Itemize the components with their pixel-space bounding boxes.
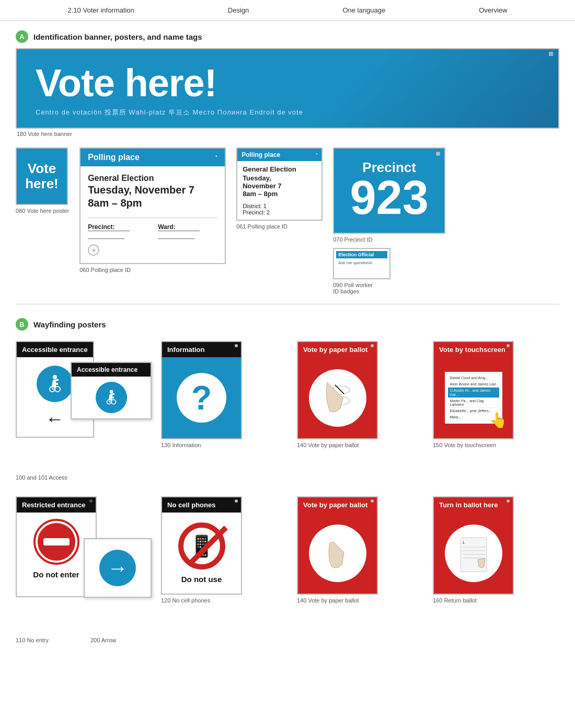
no-cell-line <box>187 526 228 566</box>
wheelchair-icon-small <box>102 389 120 406</box>
access-group: Accessible entrance ← <box>16 341 152 472</box>
paper-ballot-2-body: ← ← ← ◀ <box>298 513 377 594</box>
no-entry-group: Restricted entrance Do not enter → <box>16 496 152 632</box>
polling-small-header-text: Polling place <box>242 151 280 158</box>
hand-arrows-svg: ← ← ← ◀ <box>312 527 364 579</box>
polling-small-date2: November 7 <box>243 182 316 190</box>
poll-worker-label: 090 Poll worker ID badges <box>333 282 373 294</box>
top-navigation: 2.10 Voter information Design One langua… <box>0 0 575 21</box>
info-corner-dot <box>235 344 238 347</box>
section-a-title: Identification banner, posters, and name… <box>33 32 202 41</box>
hand-ballot-icon <box>309 369 366 427</box>
nav-design[interactable]: Design <box>228 6 249 14</box>
arrow-right-icon: → <box>107 556 128 580</box>
ts-row-2: Alvin Boone and James Lian <box>448 381 499 388</box>
paper-ballot-body <box>298 357 377 438</box>
polling-small-body: General Election Tuesday, November 7 8am… <box>237 161 321 220</box>
paper-ballot-corner-dot <box>371 344 374 347</box>
polling-large-time: 8am – 8pm <box>88 197 217 209</box>
polling-small-date: Tuesday, <box>243 174 316 182</box>
accessible-entrance-poster-small: Accessible entrance <box>71 362 152 419</box>
info-poster-item: Information ? 130 Information <box>161 341 288 481</box>
no-cell-header: No cell phones <box>162 497 241 513</box>
polling-small-district: District: 1 Precinct: 2 <box>243 203 316 215</box>
wheelchair-circle-small <box>96 382 127 413</box>
banner-label: 180 Vote here banner <box>16 131 559 137</box>
precinct-id-label: 070 Precinct ID <box>333 236 372 243</box>
vote-here-poster: Votehere! <box>16 147 68 205</box>
paper-ballot-2-item: Vote by paper ballot ← ← ← ◀ 140 Vote b <box>297 496 423 643</box>
id-cards-row: Votehere! 080 Vote here poster Polling p… <box>0 147 575 300</box>
svg-point-4 <box>55 386 60 392</box>
phone-icon: 📱 <box>189 534 215 559</box>
nav-overview[interactable]: Overview <box>479 6 507 14</box>
polling-large-label: 060 Polling place ID <box>79 267 131 273</box>
svg-text:←: ← <box>319 547 327 555</box>
polling-large-title: General Election <box>88 174 217 183</box>
section-divider <box>16 304 559 304</box>
finger-icon: 👆 <box>489 412 508 429</box>
ballot-in-circle: 1. <box>445 525 502 582</box>
no-cell-item: No cell phones 📱 Do not use 120 No cell … <box>161 496 288 643</box>
paper-ballot-poster-label: 140 Vote by paper ballot <box>297 442 359 448</box>
no-entry-labels: 110 No entry 200 Arrow <box>16 634 117 643</box>
no-cell-circle: 📱 <box>178 522 225 570</box>
nav-one-language[interactable]: One language <box>342 6 385 14</box>
no-entry-bar <box>43 538 70 545</box>
return-ballot-poster: Turn in ballot here 1. <box>433 496 514 595</box>
poll-worker-badge-item: Election Official Ask me questions! 090 … <box>333 248 390 294</box>
no-entry-item: Restricted entrance Do not enter → 110 N… <box>16 496 152 643</box>
wheelchair-icon-large <box>44 373 65 394</box>
paper-ballot-2-label: 140 Vote by paper ballot <box>297 597 359 604</box>
info-header: Information <box>162 342 241 357</box>
info-poster: Information ? <box>161 341 242 439</box>
polling-small-header: Polling place ▪ <box>237 149 321 161</box>
polling-small-card: Polling place ▪ General Election Tuesday… <box>236 147 323 221</box>
wayfinding-row2: Restricted entrance Do not enter → 110 N… <box>0 491 575 654</box>
polling-large-header-text: Polling place <box>88 153 140 162</box>
paper-ballot-poster-item: Vote by paper ballot 140 Vote by paper b… <box>297 341 423 481</box>
polling-large-precinct: Precinct: <box>88 223 147 239</box>
svg-text:★: ★ <box>91 247 96 253</box>
return-ballot-body: 1. <box>434 513 513 594</box>
polling-small-title: General Election <box>243 165 316 173</box>
wayfinding-row1: Accessible entrance ← <box>0 336 575 491</box>
return-ballot-corner-dot <box>507 499 510 503</box>
section-a-header: A Identification banner, posters, and na… <box>0 21 575 48</box>
polling-large-item: Polling place ▪ General Election Tuesday… <box>79 147 226 273</box>
badge-body: Ask me questions! <box>336 258 387 267</box>
acc-small-header: Accessible entrance <box>72 363 151 377</box>
section-b-title: Wayfinding posters <box>33 320 106 329</box>
acc-small-body <box>72 377 151 418</box>
polling-large-header: Polling place ▪ <box>80 149 225 166</box>
touchscreen-body: Daniel Court and Amy... Alvin Boone and … <box>434 357 513 438</box>
poll-worker-badge: Election Official Ask me questions! <box>333 248 390 279</box>
info-body: ? <box>162 357 241 438</box>
paper-ballot-2-header: Vote by paper ballot <box>298 497 377 513</box>
question-mark-icon: ? <box>191 381 212 415</box>
paper-ballot-2-corner-dot <box>371 499 374 503</box>
no-cell-label: 120 No cell phones <box>161 597 210 604</box>
hand-pen-svg <box>312 372 364 424</box>
svg-text:←: ← <box>319 565 327 574</box>
nav-voter-info[interactable]: 2.10 Voter information <box>68 6 134 14</box>
polling-large-body: General Election Tuesday, November 7 8am… <box>80 166 225 263</box>
restricted-corner-dot <box>89 499 93 503</box>
arrow-left-icon: ← <box>45 410 64 428</box>
polling-large-date: Tuesday, November 7 <box>88 184 217 196</box>
no-entry-sign <box>36 521 77 563</box>
wheelchair-circle-large <box>37 366 73 402</box>
banner-sub-text: Centro de votación 投票所 Wahl-platz 투표소 Ме… <box>36 108 539 117</box>
ts-row-4: Martin Pa... and Clay Lariviere <box>448 398 499 408</box>
do-not-enter-text: Do not enter <box>33 570 79 579</box>
arrow-blue-circle: → <box>99 550 136 586</box>
precinct-id-item: Precinct 923 070 Precinct ID <box>333 147 445 243</box>
arrow-poster: → <box>84 538 152 598</box>
polling-large-card: Polling place ▪ General Election Tuesday… <box>79 147 226 264</box>
precinct-number: 923 <box>350 174 429 221</box>
paper-ballot-poster: Vote by paper ballot <box>297 341 378 439</box>
return-ballot-label: 160 Return ballot <box>433 597 477 604</box>
return-ballot-item: Turn in ballot here 1. <box>433 496 559 643</box>
ballot-insert-svg: 1. <box>447 527 500 579</box>
polling-small-time: 8am – 8pm <box>243 190 316 198</box>
